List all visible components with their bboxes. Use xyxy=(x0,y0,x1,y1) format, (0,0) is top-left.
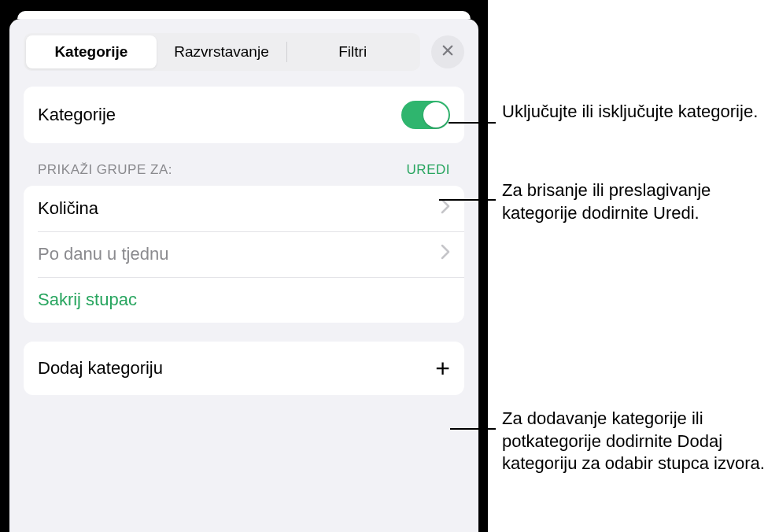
close-button[interactable] xyxy=(431,35,464,68)
close-icon xyxy=(441,43,455,61)
device-frame: Kategorije Razvrstavanje Filtri Kategori… xyxy=(0,0,488,532)
hide-column-row[interactable]: Sakrij stupac xyxy=(24,277,464,323)
edit-button[interactable]: UREDI xyxy=(407,162,450,178)
plus-icon: + xyxy=(435,356,450,381)
categories-toggle-card: Kategorije xyxy=(24,87,464,143)
callout-edit: Za brisanje ili preslagivanje kategorije… xyxy=(502,179,773,224)
callout-line xyxy=(450,428,496,430)
sheet-top-row: Kategorije Razvrstavanje Filtri xyxy=(24,33,464,71)
tab-filters[interactable]: Filtri xyxy=(287,35,418,68)
tab-categories[interactable]: Kategorije xyxy=(26,35,157,68)
callout-line xyxy=(439,199,496,201)
callout-add: Za dodavanje kategorije ili potkategorij… xyxy=(502,408,773,475)
groups-list-card: Količina Po danu u tjednu Sakrij stupac xyxy=(24,186,464,323)
categories-sheet: Kategorije Razvrstavanje Filtri Kategori… xyxy=(9,19,478,532)
group-row-0[interactable]: Količina xyxy=(24,186,464,231)
add-category-row[interactable]: Dodaj kategoriju + xyxy=(24,342,464,395)
add-category-card: Dodaj kategoriju + xyxy=(24,342,464,395)
categories-toggle-row[interactable]: Kategorije xyxy=(24,87,464,143)
callout-toggle: Uključujte ili isključujte kategorije. xyxy=(502,101,758,124)
tab-sorting[interactable]: Razvrstavanje xyxy=(157,35,287,68)
categories-toggle[interactable] xyxy=(401,101,450,129)
add-category-label: Dodaj kategoriju xyxy=(38,358,163,379)
toggle-label: Kategorije xyxy=(38,105,116,125)
groups-section-label: PRIKAŽI GRUPE ZA: xyxy=(38,162,172,178)
hide-column-label: Sakrij stupac xyxy=(38,290,137,310)
chevron-right-icon xyxy=(441,198,450,219)
group-label: Količina xyxy=(38,198,98,219)
segmented-control[interactable]: Kategorije Razvrstavanje Filtri xyxy=(24,33,420,71)
group-row-1[interactable]: Po danu u tjednu xyxy=(24,231,464,277)
callout-line xyxy=(449,122,496,124)
chevron-right-icon xyxy=(441,244,450,264)
groups-section-header: PRIKAŽI GRUPE ZA: UREDI xyxy=(24,162,464,186)
group-label: Po danu u tjednu xyxy=(38,244,168,264)
sheet-background-stack xyxy=(17,11,471,19)
